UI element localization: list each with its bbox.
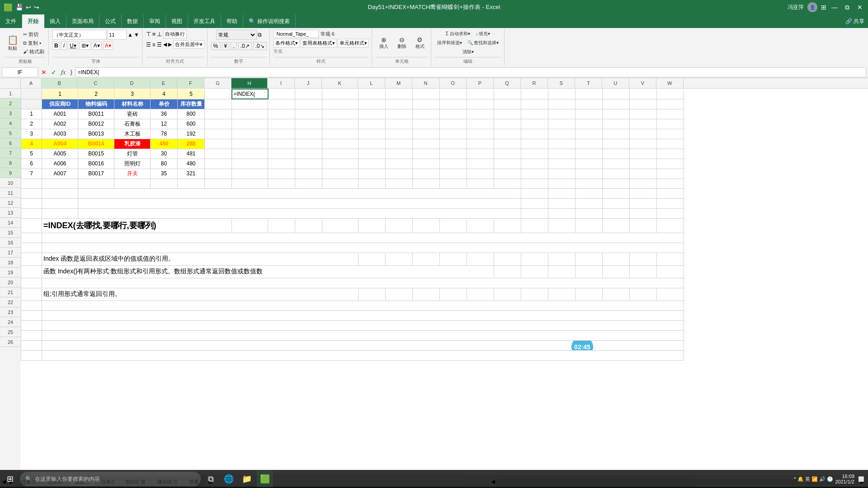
col-header-w[interactable]: W (656, 78, 684, 88)
cell-v17[interactable] (630, 253, 657, 265)
cell-v18[interactable] (630, 265, 657, 278)
cell-b17[interactable]: Index 函数是返回表或区域中的值或值的引用。 (42, 253, 359, 265)
cell-u1[interactable] (603, 89, 630, 99)
cell-u4[interactable] (603, 119, 630, 129)
row-header-15[interactable]: 15 (0, 228, 21, 238)
cell-d10[interactable] (114, 178, 151, 188)
cell-c5[interactable]: B0013 (78, 129, 114, 139)
save-btn[interactable]: 💾 (15, 4, 23, 11)
cell-u17[interactable] (603, 253, 630, 265)
formula-verify-icon[interactable]: ✕ (40, 69, 48, 76)
cell-q2[interactable] (494, 99, 521, 109)
cell-f8[interactable]: 480 (178, 159, 205, 169)
task-view-btn[interactable]: ⧉ (203, 471, 219, 487)
cell-u11[interactable] (603, 188, 630, 198)
cell-q14[interactable] (494, 218, 521, 233)
cell-m20[interactable] (386, 288, 413, 300)
cell-m10[interactable] (386, 178, 413, 188)
cell-i6[interactable] (268, 139, 295, 149)
cell-m7[interactable] (386, 149, 413, 159)
cell-r2[interactable] (521, 99, 548, 109)
cell-n14[interactable] (413, 218, 440, 233)
align-left-btn[interactable]: ☰ (146, 42, 151, 48)
cell-s6[interactable] (548, 139, 576, 149)
cell-a22[interactable] (21, 310, 42, 320)
cell-e3[interactable]: 36 (151, 109, 178, 119)
cell-s5[interactable] (548, 129, 576, 139)
underline-btn[interactable]: U▾ (68, 42, 78, 50)
col-header-a[interactable]: A (21, 78, 42, 88)
cell-i8[interactable] (268, 159, 295, 169)
cell-n20[interactable] (413, 288, 440, 300)
cell-w10[interactable] (657, 178, 684, 188)
cell-s14[interactable] (548, 218, 576, 233)
cell-k8[interactable] (322, 159, 359, 169)
cell-c2[interactable]: 物料编码 (78, 99, 114, 109)
cell-v2[interactable] (630, 99, 657, 109)
cell-s17[interactable] (548, 253, 576, 265)
formula-expand-icon[interactable]: ⟩ (69, 69, 74, 76)
row-header-4[interactable]: 4 (0, 118, 21, 128)
col-header-r[interactable]: R (521, 78, 548, 88)
cell-g9[interactable] (205, 169, 232, 178)
cell-v14[interactable] (630, 218, 657, 233)
cell-e4[interactable]: 12 (151, 119, 178, 129)
row-header-8[interactable]: 8 (0, 158, 21, 168)
cell-f6[interactable]: 288 (178, 139, 205, 149)
cell-u13[interactable] (603, 208, 630, 218)
cell-h4[interactable] (232, 119, 268, 129)
col-header-s[interactable]: S (548, 78, 575, 88)
cell-s11[interactable] (548, 188, 576, 198)
cell-t20[interactable] (576, 288, 603, 300)
cell-t13[interactable] (576, 208, 603, 218)
cell-b9[interactable]: A007 (42, 169, 78, 178)
cell-n5[interactable] (413, 129, 440, 139)
font-size-increase[interactable]: ▲ (127, 32, 133, 38)
cell-a14[interactable] (21, 218, 42, 233)
cell-r13[interactable] (521, 208, 548, 218)
col-header-u[interactable]: U (602, 78, 629, 88)
cell-s2[interactable] (548, 99, 576, 109)
font-color-btn[interactable]: A▾ (103, 42, 113, 50)
excel-taskbar-btn[interactable]: 🟩 (257, 471, 273, 487)
cut-btn[interactable]: ✂ 剪切 (22, 31, 46, 38)
cell-a7[interactable]: 5 (21, 149, 42, 159)
cell-h2[interactable] (232, 99, 268, 109)
cell-k14[interactable] (322, 218, 359, 233)
cell-u2[interactable] (603, 99, 630, 109)
cell-w14[interactable] (657, 218, 684, 233)
cell-h10[interactable] (232, 178, 268, 188)
cell-b11[interactable] (42, 188, 78, 198)
comma-btn[interactable]: , (231, 42, 236, 50)
row-header-21[interactable]: 21 (0, 287, 21, 297)
cell-k9[interactable] (322, 169, 359, 178)
indent-less-btn[interactable]: ◀ (163, 42, 167, 47)
row-header-10[interactable]: 10 (0, 178, 21, 188)
align-middle-btn[interactable]: ≡ (152, 31, 156, 38)
col-header-q[interactable]: Q (494, 78, 521, 88)
cell-v4[interactable] (630, 119, 657, 129)
cell-n6[interactable] (413, 139, 440, 149)
cell-u8[interactable] (603, 159, 630, 169)
cell-g4[interactable] (205, 119, 232, 129)
cell-a26[interactable] (21, 350, 42, 360)
cell-g8[interactable] (205, 159, 232, 169)
cell-r10[interactable] (521, 178, 548, 188)
row-header-5[interactable]: 5 (0, 128, 21, 138)
cell-q8[interactable] (494, 159, 521, 169)
cell-f4[interactable]: 600 (178, 119, 205, 129)
cell-a21[interactable] (21, 300, 42, 310)
cell-r7[interactable] (521, 149, 548, 159)
col-header-t[interactable]: T (575, 78, 602, 88)
col-header-c[interactable]: C (78, 78, 114, 88)
font-size-decrease[interactable]: ▼ (134, 32, 139, 38)
cell-j9[interactable] (295, 169, 322, 178)
cell-h8[interactable] (232, 159, 268, 169)
cell-b7[interactable]: A005 (42, 149, 78, 159)
cell-h5[interactable] (232, 129, 268, 139)
cell-i7[interactable] (268, 149, 295, 159)
user-avatar[interactable]: 👤 (807, 2, 817, 12)
cell-w4[interactable] (657, 119, 684, 129)
indent-more-btn[interactable]: ▶ (168, 42, 172, 47)
cell-s18[interactable] (548, 265, 576, 278)
